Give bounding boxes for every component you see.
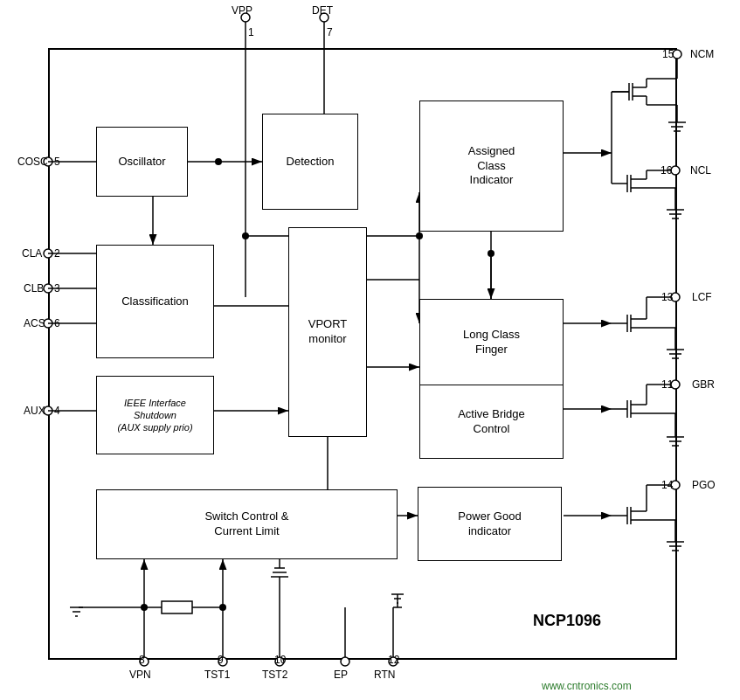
lcf-number: 13 xyxy=(661,291,673,303)
ieee-shutdown-block: IEEE Interface Shutdown (AUX supply prio… xyxy=(96,376,214,454)
clb-number: 3 xyxy=(54,282,60,295)
cla-number: 2 xyxy=(54,247,60,260)
aux-label: AUX xyxy=(24,405,45,417)
diagram-container: Oscillator Detection Assigned Class Indi… xyxy=(0,0,740,700)
cosc-label: COSC xyxy=(17,156,48,168)
ncl-label: NCL xyxy=(690,164,711,177)
lcf-label: LCF xyxy=(692,291,712,303)
vport-block: VPORT monitor xyxy=(288,227,367,437)
website: www.cntronics.com xyxy=(542,680,632,692)
cosc-number: 5 xyxy=(54,156,60,168)
tst1-label: TST1 xyxy=(204,669,230,681)
detection-block: Detection xyxy=(262,114,358,210)
ncm-number: 15 xyxy=(662,48,674,60)
gbr-label: GBR xyxy=(692,378,715,391)
clb-label: CLB xyxy=(24,282,44,295)
oscillator-block: Oscillator xyxy=(96,127,188,197)
vpp-number: 1 xyxy=(248,26,254,38)
det-label: DET xyxy=(312,4,333,17)
vpp-label: VPP xyxy=(232,4,252,17)
vpn-label: VPN xyxy=(129,669,151,681)
acs-label: ACS xyxy=(24,317,45,329)
cla-label: CLA xyxy=(22,247,42,260)
chip-title: NCP1096 xyxy=(533,612,601,630)
ep-label: EP xyxy=(334,669,348,681)
tst1-number: 9 xyxy=(218,654,224,666)
active-bridge-block: Active Bridge Control xyxy=(419,385,564,459)
switch-control-block: Switch Control & Current Limit xyxy=(96,489,398,559)
gbr-number: 11 xyxy=(661,378,673,391)
vpn-number: 8 xyxy=(139,654,145,666)
det-number: 7 xyxy=(327,26,333,38)
tst2-number: 10 xyxy=(274,654,286,666)
ncl-number: 16 xyxy=(660,164,672,177)
tst2-label: TST2 xyxy=(262,669,287,681)
rtn2-number: 12 xyxy=(388,654,399,666)
assigned-class-block: Assigned Class Indicator xyxy=(419,100,564,232)
pgo-number: 14 xyxy=(661,479,673,491)
aux-number: 4 xyxy=(54,405,60,417)
rtn1-label: RTN xyxy=(374,669,395,681)
power-good-block: Power Good indicator xyxy=(418,487,562,561)
pgo-label: PGO xyxy=(692,479,716,491)
long-class-block: Long Class Finger xyxy=(419,299,564,386)
acs-number: 6 xyxy=(54,317,60,329)
ncm-label: NCM xyxy=(690,48,714,60)
classification-block: Classification xyxy=(96,245,214,358)
